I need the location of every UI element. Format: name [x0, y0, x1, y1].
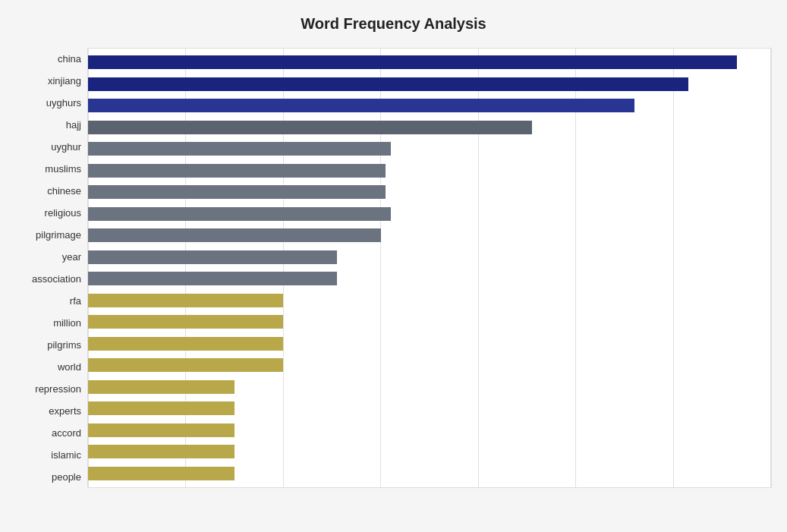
chart-container: Word Frequency Analysis chinaxinjianguyg… [0, 0, 787, 532]
bar-row [88, 422, 771, 439]
bar-row [88, 465, 771, 482]
bars-wrapper [88, 49, 771, 487]
y-label: world [58, 359, 81, 376]
bar-row [88, 335, 771, 352]
bar [88, 228, 381, 242]
bar [88, 185, 386, 199]
y-label: year [62, 249, 81, 266]
bar [88, 445, 235, 458]
y-label: repression [35, 381, 81, 398]
bar [88, 250, 337, 264]
y-label: china [58, 51, 81, 68]
y-label: pilgrimage [36, 227, 81, 244]
y-label: chinese [47, 183, 81, 200]
y-label: muslims [45, 161, 81, 178]
y-label: accord [52, 425, 81, 442]
bar-row [88, 379, 771, 395]
bar-row [88, 140, 771, 157]
bar-row [88, 119, 771, 136]
y-label: religious [45, 205, 81, 222]
bar-row [88, 313, 771, 330]
bar [88, 55, 737, 69]
bar-row [88, 292, 771, 309]
bar-row [88, 357, 771, 373]
y-label: hajj [66, 117, 81, 134]
bar [88, 77, 688, 91]
bar [88, 315, 283, 329]
y-label: islamic [51, 447, 81, 464]
bar-row [88, 162, 771, 179]
y-labels: chinaxinjianguyghurshajjuyghurmuslimschi… [15, 48, 87, 488]
bar [88, 294, 283, 307]
bar-row [88, 400, 771, 417]
bar [88, 99, 634, 112]
chart-title: Word Frequency Analysis [15, 15, 772, 33]
bar [88, 164, 386, 178]
bar-row [88, 227, 771, 244]
y-label: people [52, 469, 81, 486]
y-label: xinjiang [48, 73, 81, 90]
y-label: association [32, 271, 81, 288]
chart-area: chinaxinjianguyghurshajjuyghurmuslimschi… [15, 48, 772, 488]
bar [88, 207, 391, 221]
bar [88, 272, 337, 285]
bar [88, 121, 532, 134]
bar-row [88, 184, 771, 200]
plot-area [87, 48, 772, 488]
bar-row [88, 54, 771, 71]
y-label: rfa [70, 293, 81, 310]
bar-row [88, 97, 771, 114]
bar [88, 358, 283, 372]
bar [88, 423, 235, 437]
bar [88, 401, 235, 415]
bar-row [88, 443, 771, 460]
bar [88, 380, 235, 394]
bar-row [88, 76, 771, 93]
bar-row [88, 206, 771, 222]
bar-row [88, 270, 771, 287]
bar [88, 467, 235, 480]
y-label: experts [49, 403, 81, 420]
y-label: million [53, 315, 81, 332]
bar-row [88, 249, 771, 266]
bar [88, 337, 283, 351]
y-label: pilgrims [47, 337, 81, 354]
y-label: uyghurs [46, 95, 81, 112]
y-label: uyghur [51, 139, 81, 156]
bar [88, 142, 391, 156]
